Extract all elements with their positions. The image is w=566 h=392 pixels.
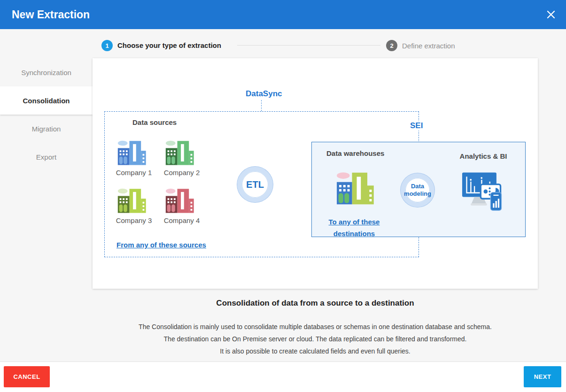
- step-2-circle: 2: [386, 40, 397, 51]
- description-line: The Consolidation is mainly used to cons…: [93, 321, 538, 333]
- data-sources-title: Data sources: [132, 118, 177, 126]
- step-1-circle: 1: [101, 40, 113, 51]
- company-3-label: Company 3: [110, 216, 157, 224]
- dialog-title: New Extraction: [12, 0, 90, 29]
- analytics-bi-title: Analytics & BI: [446, 152, 521, 160]
- step-1-label: Choose your type of extraction: [117, 41, 221, 49]
- destinations-link[interactable]: To any of these destinations: [329, 218, 380, 238]
- extraction-type-sidebar: Synchronization Consolidation Migration …: [0, 58, 93, 171]
- analytics-bi-devices-icon: [462, 169, 507, 212]
- extraction-description: Consolidation of data from a source to a…: [93, 299, 538, 357]
- company-2-item: Company 2: [158, 139, 205, 177]
- etl-circle: ETL: [237, 167, 273, 202]
- sidebar-item-consolidation[interactable]: Consolidation: [0, 86, 93, 115]
- description-line: The destination can be On Premise server…: [93, 333, 538, 345]
- data-warehouse-building-icon: [334, 166, 381, 209]
- next-button[interactable]: NEXT: [524, 366, 561, 387]
- company-2-building-icon: [164, 139, 200, 165]
- company-1-label: Company 1: [110, 169, 157, 177]
- step-2-label: Define extraction: [402, 42, 455, 50]
- sidebar-item-synchronization[interactable]: Synchronization: [0, 58, 93, 86]
- company-3-item: Company 3: [110, 187, 157, 224]
- company-3-building-icon: [116, 187, 152, 213]
- sources-link[interactable]: From any of these sources: [116, 241, 206, 249]
- sidebar-item-export[interactable]: Export: [0, 143, 93, 171]
- datasync-label: DataSync: [243, 89, 285, 99]
- cancel-button[interactable]: CANCEL: [4, 366, 50, 387]
- data-warehouses-title: Data warehouses: [326, 149, 384, 157]
- new-extraction-dialog: New Extraction 1 Choose your type of ext…: [0, 0, 566, 392]
- dialog-footer: CANCEL NEXT: [0, 361, 566, 392]
- consolidation-diagram-panel: DataSync SEI Data sources Company 1: [93, 58, 538, 289]
- dialog-header: New Extraction: [0, 0, 566, 29]
- company-4-item: Company 4: [158, 187, 205, 224]
- company-2-label: Company 2: [158, 169, 205, 177]
- description-line: It is also possible to create calculated…: [93, 345, 538, 357]
- data-modeling-circle: Data modeling: [401, 173, 434, 207]
- step-indicator: 1 Choose your type of extraction 2 Defin…: [0, 29, 566, 58]
- sidebar-item-migration[interactable]: Migration: [0, 115, 93, 143]
- datasync-connector-line: [261, 100, 262, 111]
- sei-label: SEI: [407, 121, 426, 131]
- company-4-label: Company 4: [158, 216, 205, 224]
- close-icon[interactable]: [544, 8, 558, 21]
- description-title: Consolidation of data from a source to a…: [93, 299, 538, 308]
- company-4-building-icon: [164, 187, 200, 213]
- company-1-item: Company 1: [110, 139, 157, 177]
- step-connector-line: [237, 45, 380, 46]
- company-1-building-icon: [116, 139, 152, 165]
